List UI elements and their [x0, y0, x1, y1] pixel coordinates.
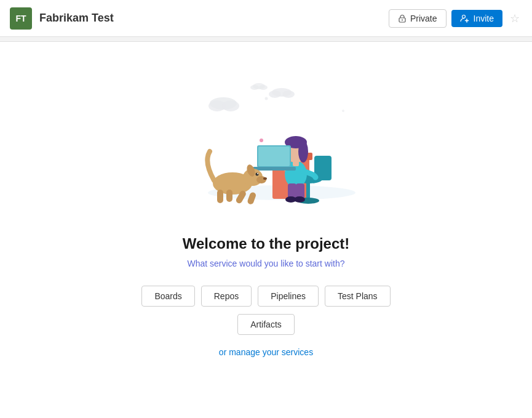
svg-point-1 [402, 19, 403, 20]
svg-rect-43 [226, 190, 232, 202]
svg-point-38 [257, 173, 258, 174]
lock-icon [398, 14, 407, 23]
welcome-title: Welcome to the project! [183, 235, 350, 252]
header: FT Fabrikam Test Private Invite ☆ [0, 0, 532, 37]
invite-button[interactable]: Invite [451, 10, 502, 27]
svg-point-12 [264, 97, 268, 100]
invite-icon [460, 14, 470, 23]
svg-point-44 [260, 139, 263, 142]
svg-point-32 [294, 196, 305, 203]
svg-point-8 [282, 90, 295, 98]
boards-button[interactable]: Boards [141, 286, 194, 307]
welcome-subtitle: What service would you like to start wit… [188, 259, 345, 268]
invite-label: Invite [474, 14, 494, 23]
repos-button[interactable]: Repos [201, 286, 252, 307]
artifacts-button[interactable]: Artifacts [237, 314, 295, 335]
svg-rect-42 [217, 190, 223, 203]
header-actions: Private Invite ☆ [389, 9, 522, 28]
services-row-1: Boards Repos Pipelines Test Plans [141, 286, 390, 307]
svg-point-2 [462, 15, 465, 18]
project-title: Fabrikam Test [39, 12, 389, 25]
svg-rect-28 [253, 167, 296, 171]
svg-rect-27 [258, 147, 290, 166]
test-plans-button[interactable]: Test Plans [325, 286, 391, 307]
svg-point-37 [255, 173, 258, 176]
svg-point-11 [259, 85, 268, 90]
star-button[interactable]: ☆ [507, 9, 522, 28]
services-row-2: Artifacts [237, 314, 295, 335]
main-content: Welcome to the project! What service wou… [0, 42, 532, 357]
svg-point-13 [342, 110, 344, 112]
svg-point-5 [222, 100, 239, 111]
svg-point-35 [256, 176, 266, 183]
svg-point-36 [263, 177, 267, 180]
sub-bar [0, 37, 532, 42]
svg-point-24 [298, 140, 308, 163]
illustration [162, 60, 371, 220]
svg-point-10 [250, 85, 259, 90]
svg-rect-25 [293, 160, 299, 166]
project-avatar: FT [10, 7, 32, 30]
svg-point-7 [269, 90, 281, 98]
private-button[interactable]: Private [389, 9, 447, 28]
pipelines-button[interactable]: Pipelines [258, 286, 319, 307]
private-label: Private [410, 14, 437, 23]
manage-services-link[interactable]: or manage your services [219, 347, 313, 357]
